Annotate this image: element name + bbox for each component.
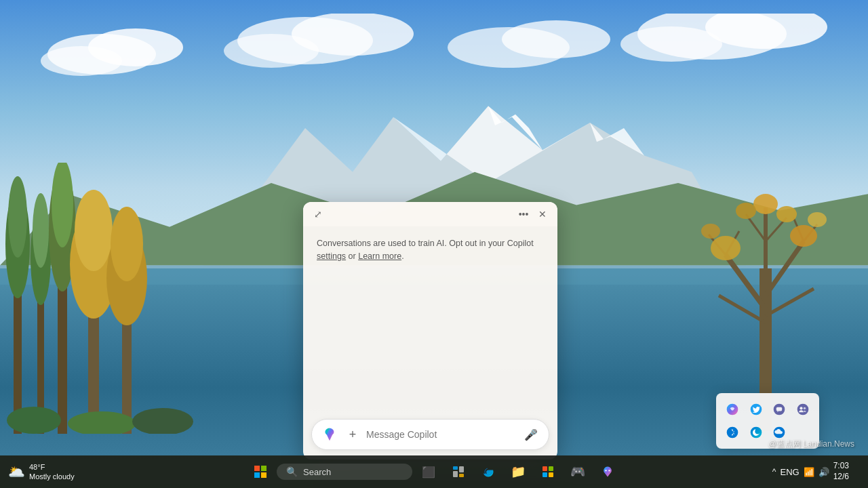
- copilot-logo-icon: [322, 427, 337, 442]
- copilot-taskbar-icon: [601, 465, 614, 479]
- store-button[interactable]: [534, 458, 561, 485]
- expand-button[interactable]: ⤢: [310, 206, 326, 222]
- taskbar-left: 🌥️ 48°F Mostly cloudy: [8, 462, 75, 482]
- svg-point-45: [41, 46, 122, 76]
- svg-rect-69: [453, 466, 458, 470]
- svg-line-28: [766, 289, 814, 316]
- copilot-body: Conversations are used to train AI. Opt …: [303, 226, 557, 412]
- more-icon: •••: [519, 209, 529, 220]
- xbox-button[interactable]: 🎮: [564, 458, 591, 485]
- clouds: [0, 14, 868, 149]
- svg-rect-67: [254, 472, 260, 478]
- svg-point-78: [608, 470, 610, 472]
- weather-icon: 🌥️: [8, 464, 25, 480]
- clock[interactable]: 7:03 12/6: [833, 461, 849, 482]
- svg-point-17: [75, 190, 113, 271]
- file-explorer-button[interactable]: 📁: [505, 458, 532, 485]
- copilot-window: ⤢ ••• ✕ Conversations are used to train …: [303, 202, 557, 460]
- trees-left: [0, 163, 203, 455]
- svg-rect-74: [549, 466, 553, 471]
- svg-point-36: [711, 236, 741, 260]
- desktop: ⤢ ••• ✕ Conversations are used to train …: [0, 0, 868, 488]
- time-display: 7:03: [833, 461, 849, 472]
- svg-rect-70: [459, 466, 464, 472]
- close-button[interactable]: ✕: [534, 206, 551, 222]
- edge-taskbar-button[interactable]: [475, 458, 502, 485]
- svg-point-14: [52, 163, 73, 247]
- copilot-taskbar-button[interactable]: [594, 458, 621, 485]
- close-icon: ✕: [538, 209, 547, 220]
- weather-info[interactable]: 48°F Mostly cloudy: [29, 462, 75, 482]
- svg-rect-57: [776, 407, 782, 411]
- search-label: Search: [303, 467, 331, 477]
- windows-logo-icon: [254, 466, 267, 478]
- notice-main-text: Conversations are used to train AI. Opt …: [317, 239, 534, 248]
- widgets-icon: [452, 466, 465, 478]
- svg-point-41: [701, 224, 720, 239]
- svg-point-11: [33, 193, 49, 268]
- svg-rect-72: [459, 474, 464, 477]
- svg-point-60: [800, 407, 802, 409]
- taskbar-center: 🔍 Search ⬛: [247, 458, 621, 485]
- tray-icon-teams[interactable]: [793, 400, 812, 419]
- svg-rect-76: [549, 472, 553, 477]
- search-bar[interactable]: 🔍 Search: [277, 464, 412, 480]
- svg-point-21: [7, 407, 61, 434]
- add-attachment-button[interactable]: +: [344, 426, 361, 443]
- weather-description: Mostly cloudy: [29, 472, 75, 481]
- widgets-button[interactable]: [445, 458, 472, 485]
- language-indicator[interactable]: ENG: [780, 467, 799, 477]
- svg-rect-66: [261, 466, 267, 471]
- more-options-button[interactable]: •••: [515, 206, 532, 222]
- task-view-button[interactable]: ⬛: [415, 458, 442, 485]
- svg-point-77: [605, 470, 607, 472]
- notice-text: Conversations are used to train AI. Opt …: [317, 237, 544, 263]
- svg-point-40: [776, 206, 797, 222]
- expand-icon: ⤢: [314, 209, 322, 220]
- tray-icon-copilot[interactable]: [723, 400, 742, 419]
- store-icon: [542, 466, 554, 478]
- svg-point-38: [753, 194, 778, 214]
- svg-rect-73: [542, 466, 547, 471]
- mic-icon: 🎤: [524, 428, 538, 441]
- svg-point-37: [790, 225, 817, 247]
- explorer-icon: 📁: [511, 464, 526, 479]
- settings-link[interactable]: settings: [317, 251, 346, 261]
- search-icon: 🔍: [286, 466, 298, 477]
- svg-point-50: [502, 20, 610, 58]
- svg-point-39: [736, 203, 756, 219]
- svg-point-42: [808, 212, 827, 227]
- microphone-button[interactable]: 🎤: [521, 425, 540, 444]
- svg-point-48: [224, 34, 319, 68]
- tray-icon-bluetooth[interactable]: [723, 423, 742, 442]
- tray-icon-twitter[interactable]: [747, 400, 766, 419]
- svg-rect-71: [453, 471, 458, 477]
- wifi-icon[interactable]: 📶: [804, 467, 814, 477]
- svg-point-8: [8, 176, 27, 258]
- volume-icon[interactable]: 🔊: [818, 467, 829, 477]
- svg-rect-75: [542, 472, 547, 477]
- learn-more-link[interactable]: Learn more: [358, 251, 401, 261]
- svg-point-53: [620, 26, 722, 62]
- tray-icon-teams-chat[interactable]: [770, 400, 789, 419]
- temperature: 48°F: [29, 462, 75, 472]
- copilot-logo-button[interactable]: [320, 425, 339, 444]
- svg-point-20: [111, 207, 143, 281]
- svg-rect-68: [261, 472, 267, 478]
- svg-point-63: [750, 427, 762, 439]
- add-icon: +: [349, 428, 357, 442]
- start-button[interactable]: [247, 458, 274, 485]
- watermark: @蓝点网 Landian.News: [768, 439, 854, 450]
- message-copilot-input[interactable]: [366, 429, 516, 440]
- svg-point-62: [727, 427, 738, 439]
- svg-point-23: [132, 408, 193, 434]
- copilot-input-area: + 🎤: [303, 412, 557, 460]
- task-view-icon: ⬛: [422, 466, 435, 479]
- tray-icon-edge[interactable]: [747, 423, 766, 442]
- svg-rect-65: [254, 466, 260, 471]
- show-hidden-icons-button[interactable]: ^: [772, 467, 776, 476]
- notice-or: or: [349, 251, 356, 261]
- taskbar-right: ^ ENG 📶 🔊 7:03 12/6: [772, 461, 860, 482]
- svg-point-59: [797, 404, 808, 415]
- copilot-titlebar: ⤢ ••• ✕: [303, 202, 557, 226]
